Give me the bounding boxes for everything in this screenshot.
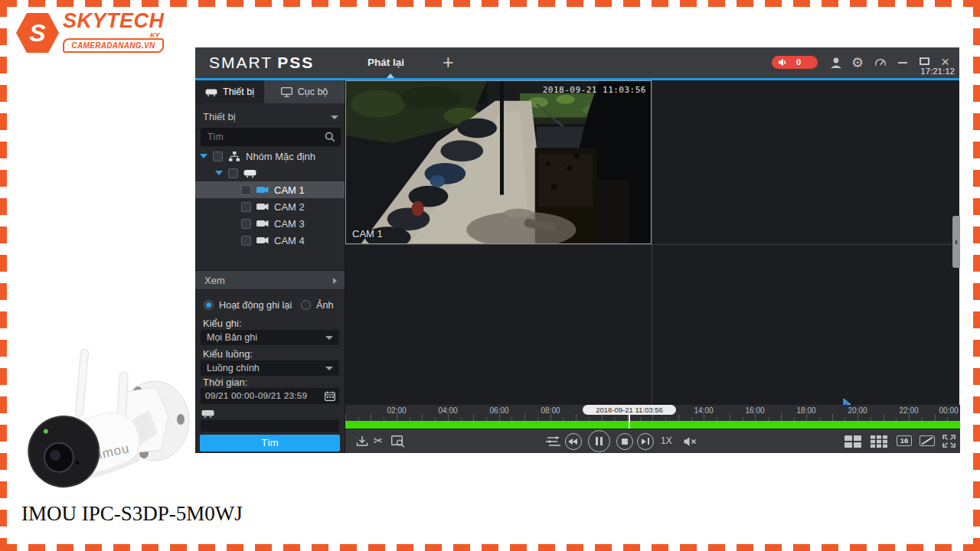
timeline-record-bar[interactable] bbox=[345, 421, 960, 429]
device-checkbox[interactable] bbox=[228, 168, 238, 178]
camera-label[interactable]: CAM 4 bbox=[274, 235, 305, 246]
time-range-field[interactable]: 09/21 00:00-09/21 23:59 bbox=[201, 388, 339, 404]
device-type-select-value: Thiết bị bbox=[203, 111, 236, 122]
stop-button[interactable] bbox=[616, 433, 633, 450]
calendar-icon[interactable] bbox=[325, 391, 335, 401]
tree-device-row[interactable] bbox=[195, 165, 345, 181]
search-input[interactable] bbox=[206, 129, 320, 145]
timeline-current-time[interactable]: 2018-09-21 11:03:56 bbox=[583, 405, 676, 415]
speed-label[interactable]: 1X bbox=[661, 429, 672, 453]
player-area: 2018-09-21 11:03:56 CAM 1 ‹ 02:00 04:00 … bbox=[345, 80, 959, 453]
sidebar: Thiết bị Cục bộ Thiết bị bbox=[195, 80, 345, 453]
osd-timestamp: 2018-09-21 11:03:56 bbox=[543, 85, 646, 95]
next-frame-icon bbox=[648, 438, 649, 445]
clock: 17:21:12 bbox=[886, 67, 955, 76]
video-pane-1[interactable]: 2018-09-21 11:03:56 CAM 1 bbox=[345, 80, 652, 244]
tree-camera-row[interactable]: CAM 2 bbox=[195, 198, 345, 215]
search-icon[interactable] bbox=[325, 132, 335, 142]
page-border-bottom bbox=[0, 544, 980, 551]
stream-type-select[interactable]: Luồng chính bbox=[201, 360, 339, 376]
custom-split-button[interactable] bbox=[920, 435, 935, 446]
search-button[interactable]: Tìm bbox=[200, 435, 340, 452]
camera-icon bbox=[256, 220, 269, 227]
collapse-panel-icon: ‹ bbox=[955, 236, 958, 247]
page-border-top bbox=[0, 0, 980, 7]
group-checkbox[interactable] bbox=[213, 152, 223, 161]
grid-16-button[interactable]: 16 bbox=[897, 435, 912, 446]
pause-button[interactable] bbox=[588, 430, 610, 452]
tree-camera-row[interactable]: CAM 1 bbox=[195, 181, 345, 198]
caret-down-icon bbox=[325, 367, 333, 370]
new-tab-button[interactable]: + bbox=[436, 47, 460, 78]
camera-label[interactable]: CAM 3 bbox=[274, 218, 305, 230]
camera-checkbox[interactable] bbox=[241, 236, 251, 246]
time-label: Thời gian: bbox=[203, 377, 247, 388]
minimize-icon[interactable] bbox=[898, 62, 907, 64]
camera-checkbox[interactable] bbox=[241, 185, 251, 195]
pause-icon bbox=[596, 437, 598, 445]
camera-label[interactable]: CAM 2 bbox=[274, 201, 305, 213]
gear-icon[interactable]: ⚙ bbox=[851, 56, 864, 70]
collapse-panel-handle[interactable]: ‹ bbox=[952, 216, 960, 268]
record-radio[interactable] bbox=[204, 300, 214, 310]
view-section-label: Xem bbox=[204, 275, 225, 286]
record-type-select[interactable]: Mọi Bản ghi bbox=[201, 330, 339, 345]
photo-radio-label[interactable]: Ảnh bbox=[316, 300, 334, 311]
sidebar-tab-device[interactable]: Thiết bị bbox=[195, 80, 264, 103]
record-type-value: Mọi Bản ghi bbox=[207, 330, 257, 345]
alarm-speaker-icon bbox=[778, 58, 787, 67]
tree-expand-icon[interactable] bbox=[215, 171, 223, 175]
mute-icon[interactable] bbox=[684, 436, 697, 447]
logo-site-text: CAMERADANANG.VN bbox=[63, 38, 164, 53]
grid-4-icon[interactable] bbox=[844, 435, 861, 448]
timeline-playhead[interactable] bbox=[629, 414, 630, 429]
time-range-value: 09/21 00:00-09/21 23:59 bbox=[205, 388, 307, 404]
device-filter-field[interactable] bbox=[201, 420, 339, 432]
monitor-icon bbox=[281, 87, 292, 97]
download-icon[interactable] bbox=[356, 435, 368, 448]
stream-type-label: Kiểu luồng: bbox=[203, 348, 253, 360]
view-arrow-icon bbox=[333, 278, 337, 284]
record-radio-label[interactable]: Hoạt động ghi lại bbox=[219, 300, 292, 311]
person-icon[interactable] bbox=[829, 56, 843, 70]
next-frame-button[interactable] bbox=[637, 433, 654, 450]
tree-expand-icon[interactable] bbox=[200, 154, 207, 158]
camera-checkbox[interactable] bbox=[241, 202, 251, 212]
group-icon bbox=[228, 152, 240, 161]
device-icon bbox=[201, 409, 214, 418]
camera-icon bbox=[256, 203, 269, 210]
next-frame-icon bbox=[642, 439, 646, 445]
stop-icon bbox=[622, 439, 628, 445]
video-frame bbox=[346, 81, 651, 243]
camera-label[interactable]: CAM 1 bbox=[274, 184, 305, 196]
product-caption: IMOU IPC-S3DP-5M0WJ bbox=[21, 502, 243, 526]
rewind-button[interactable] bbox=[565, 433, 582, 450]
timeline[interactable]: 02:00 04:00 06:00 08:00 14:00 16:00 18:0… bbox=[345, 405, 960, 429]
grid-9-icon[interactable] bbox=[871, 435, 887, 448]
tree-camera-row[interactable]: CAM 4 bbox=[195, 232, 345, 249]
caret-down-icon bbox=[325, 336, 333, 340]
tree-camera-row[interactable]: CAM 3 bbox=[195, 215, 345, 232]
photo-radio[interactable] bbox=[301, 300, 311, 310]
product-image: imou bbox=[6, 344, 191, 502]
maximize-icon[interactable] bbox=[920, 57, 929, 65]
sync-icon[interactable] bbox=[546, 436, 560, 447]
camera-icon bbox=[256, 236, 269, 244]
tab-playback[interactable]: Phát lại bbox=[360, 47, 412, 78]
scissors-icon[interactable]: ✂ bbox=[374, 434, 384, 448]
sidebar-tab-device-label: Thiết bị bbox=[223, 86, 254, 97]
fullscreen-icon[interactable] bbox=[942, 435, 956, 448]
app-title: SMARTPSS bbox=[209, 47, 314, 78]
view-section-header[interactable]: Xem bbox=[195, 270, 345, 290]
tree-group-label[interactable]: Nhóm Mặc định bbox=[246, 151, 315, 162]
device-type-select[interactable]: Thiết bị bbox=[195, 106, 345, 129]
logo-brand-text: SKYTECH bbox=[63, 9, 165, 33]
stream-type-value: Luồng chính bbox=[207, 360, 260, 376]
camera-checkbox[interactable] bbox=[241, 219, 251, 229]
sidebar-tab-local[interactable]: Cục bộ bbox=[264, 80, 345, 103]
clip-export-icon[interactable] bbox=[391, 435, 405, 448]
rewind-icon bbox=[573, 439, 577, 445]
tree-group-row[interactable]: Nhóm Mặc định bbox=[195, 148, 345, 165]
alarm-badge[interactable]: 0 bbox=[772, 56, 818, 69]
custom-split-icon bbox=[920, 436, 934, 445]
